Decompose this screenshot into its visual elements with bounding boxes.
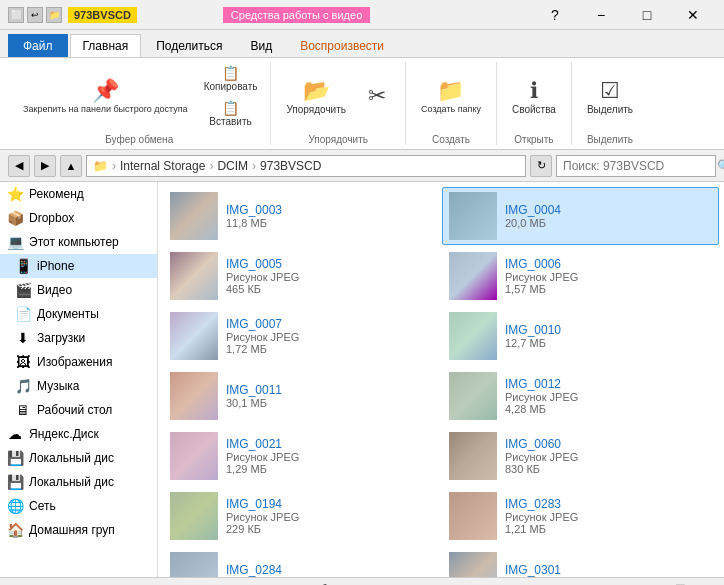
tab-share[interactable]: Поделиться bbox=[143, 34, 235, 57]
select-label-bottom: Выделить bbox=[587, 130, 633, 145]
file-item-img0010[interactable]: IMG_0010 12,7 МБ bbox=[442, 307, 719, 365]
ribbon-group-open: ℹ Свойства Открыть bbox=[497, 62, 572, 145]
sidebar-item-yandex[interactable]: ☁Яндекс.Диск bbox=[0, 422, 157, 446]
scissors-button[interactable]: ✂ bbox=[357, 78, 397, 114]
sidebar-item-video[interactable]: 🎬Видео bbox=[0, 278, 157, 302]
search-input[interactable] bbox=[563, 159, 713, 173]
tab-view[interactable]: Вид bbox=[237, 34, 285, 57]
path-storage[interactable]: Internal Storage bbox=[120, 159, 205, 173]
file-thumb-img0194 bbox=[170, 492, 218, 540]
sidebar-item-desktop[interactable]: 🖥Рабочий стол bbox=[0, 398, 157, 422]
sidebar-item-local2[interactable]: 💾Локальный дис bbox=[0, 470, 157, 494]
file-item-img0060[interactable]: IMG_0060 Рисунок JPEG 830 КБ bbox=[442, 427, 719, 485]
help-btn[interactable]: ? bbox=[532, 0, 578, 30]
file-item-img0006[interactable]: IMG_0006 Рисунок JPEG 1,57 МБ bbox=[442, 247, 719, 305]
file-thumb-img0005 bbox=[170, 252, 218, 300]
file-item-img0284[interactable]: IMG_0284 Рисунок JPEG bbox=[163, 547, 440, 577]
view-details-btn[interactable]: ☰ bbox=[670, 581, 690, 586]
tab-file[interactable]: Файл bbox=[8, 34, 68, 57]
file-item-img0021[interactable]: IMG_0021 Рисунок JPEG 1,29 МБ bbox=[163, 427, 440, 485]
sidebar-item-dropbox[interactable]: 📦Dropbox bbox=[0, 206, 157, 230]
create-buttons: 📁 Создать папку bbox=[414, 62, 488, 130]
file-info-img0012: IMG_0012 Рисунок JPEG 4,28 МБ bbox=[505, 377, 578, 415]
undo-icon[interactable]: ↩ bbox=[27, 7, 43, 23]
properties-icon: ℹ bbox=[530, 78, 538, 104]
file-thumb-img0007 bbox=[170, 312, 218, 360]
minimize-btn[interactable]: − bbox=[578, 0, 624, 30]
file-name-img0301: IMG_0301 bbox=[505, 563, 578, 577]
sidebar-item-downloads[interactable]: ⬇Загрузки bbox=[0, 326, 157, 350]
path-folder[interactable]: 973BVSCD bbox=[260, 159, 321, 173]
file-item-img0301[interactable]: IMG_0301 Рисунок JPEG bbox=[442, 547, 719, 577]
file-size-img0021: 1,29 МБ bbox=[226, 463, 299, 475]
quick-access-icon[interactable]: ⬜ bbox=[8, 7, 24, 23]
copy-button[interactable]: 📋 Копировать bbox=[199, 62, 263, 95]
file-type-img0283: Рисунок JPEG bbox=[505, 511, 578, 523]
file-info-img0301: IMG_0301 Рисунок JPEG bbox=[505, 563, 578, 577]
sidebar-icon-yandex: ☁ bbox=[6, 425, 24, 443]
paste-button[interactable]: 📋 Вставить bbox=[199, 97, 263, 130]
file-name-img0284: IMG_0284 bbox=[226, 563, 299, 577]
file-info-img0010: IMG_0010 12,7 МБ bbox=[505, 323, 561, 349]
ribbon: 📌 Закрепить на панели быстрого доступа 📋… bbox=[0, 58, 724, 150]
status-bar: Элементов: 32 Выбран 1 элемент: 20,0 МБ … bbox=[0, 577, 724, 585]
sidebar-label-dropbox: Dropbox bbox=[29, 211, 74, 225]
maximize-btn[interactable]: □ bbox=[624, 0, 670, 30]
path-dcim[interactable]: DCIM bbox=[217, 159, 248, 173]
sidebar-item-local1[interactable]: 💾Локальный дис bbox=[0, 446, 157, 470]
back-button[interactable]: ◀ bbox=[8, 155, 30, 177]
sidebar-label-images: Изображения bbox=[37, 355, 112, 369]
file-size-img0003: 11,8 МБ bbox=[226, 217, 282, 229]
file-name-img0010: IMG_0010 bbox=[505, 323, 561, 337]
file-name-img0011: IMG_0011 bbox=[226, 383, 282, 397]
organize-button[interactable]: 📂 Упорядочить bbox=[279, 73, 353, 120]
pin-button[interactable]: 📌 Закрепить на панели быстрого доступа bbox=[16, 73, 195, 120]
main-layout: ⭐Рекоменд📦Dropbox💻Этот компьютер📱iPhone🎬… bbox=[0, 182, 724, 577]
sidebar-item-iphone[interactable]: 📱iPhone bbox=[0, 254, 157, 278]
refresh-button[interactable]: ↻ bbox=[530, 155, 552, 177]
tab-playback[interactable]: Воспроизвести bbox=[287, 34, 397, 57]
file-item-img0007[interactable]: IMG_0007 Рисунок JPEG 1,72 МБ bbox=[163, 307, 440, 365]
close-btn[interactable]: ✕ bbox=[670, 0, 716, 30]
sidebar-item-music[interactable]: 🎵Музыка bbox=[0, 374, 157, 398]
window-controls: ? − □ ✕ bbox=[532, 0, 716, 30]
select-buttons: ☑ Выделить bbox=[580, 62, 640, 130]
new-folder-button[interactable]: 📁 Создать папку bbox=[414, 73, 488, 119]
open-label: Открыть bbox=[514, 130, 553, 145]
sidebar-item-images[interactable]: 🖼Изображения bbox=[0, 350, 157, 374]
tab-home[interactable]: Главная bbox=[70, 34, 142, 57]
sidebar-label-recommend: Рекоменд bbox=[29, 187, 84, 201]
file-item-img0005[interactable]: IMG_0005 Рисунок JPEG 465 КБ bbox=[163, 247, 440, 305]
sidebar-item-documents[interactable]: 📄Документы bbox=[0, 302, 157, 326]
view-tiles-btn[interactable]: ⊞ bbox=[694, 581, 714, 586]
sidebar-label-video: Видео bbox=[37, 283, 72, 297]
file-item-img0011[interactable]: IMG_0011 30,1 МБ bbox=[163, 367, 440, 425]
forward-button[interactable]: ▶ bbox=[34, 155, 56, 177]
sidebar-item-network[interactable]: 🌐Сеть bbox=[0, 494, 157, 518]
properties-button[interactable]: ℹ Свойства bbox=[505, 73, 563, 120]
title-bar-icons: ⬜ ↩ 📁 bbox=[8, 7, 62, 23]
file-item-img0283[interactable]: IMG_0283 Рисунок JPEG 1,21 МБ bbox=[442, 487, 719, 545]
file-size-img0283: 1,21 МБ bbox=[505, 523, 578, 535]
status-view-controls: ☰ ⊞ bbox=[670, 581, 714, 586]
sidebar-item-recommend[interactable]: ⭐Рекоменд bbox=[0, 182, 157, 206]
file-info-img0194: IMG_0194 Рисунок JPEG 229 КБ bbox=[226, 497, 299, 535]
search-box[interactable]: 🔍 bbox=[556, 155, 716, 177]
select-button[interactable]: ☑ Выделить bbox=[580, 73, 640, 120]
file-name-img0194: IMG_0194 bbox=[226, 497, 299, 511]
file-item-img0003[interactable]: IMG_0003 11,8 МБ bbox=[163, 187, 440, 245]
sidebar-icon-homegroup: 🏠 bbox=[6, 521, 24, 539]
sidebar-item-this-pc[interactable]: 💻Этот компьютер bbox=[0, 230, 157, 254]
file-thumb-img0004 bbox=[449, 192, 497, 240]
file-name-img0006: IMG_0006 bbox=[505, 257, 578, 271]
open-buttons: ℹ Свойства bbox=[505, 62, 563, 130]
sidebar-item-homegroup[interactable]: 🏠Домашняя груп bbox=[0, 518, 157, 542]
file-item-img0194[interactable]: IMG_0194 Рисунок JPEG 229 КБ bbox=[163, 487, 440, 545]
path-sep2: › bbox=[209, 159, 213, 173]
file-info-img0021: IMG_0021 Рисунок JPEG 1,29 МБ bbox=[226, 437, 299, 475]
up-button[interactable]: ▲ bbox=[60, 155, 82, 177]
file-thumb-img0301 bbox=[449, 552, 497, 577]
file-item-img0012[interactable]: IMG_0012 Рисунок JPEG 4,28 МБ bbox=[442, 367, 719, 425]
file-item-img0004[interactable]: IMG_0004 20,0 МБ bbox=[442, 187, 719, 245]
address-path[interactable]: 📁 › Internal Storage › DCIM › 973BVSCD bbox=[86, 155, 526, 177]
